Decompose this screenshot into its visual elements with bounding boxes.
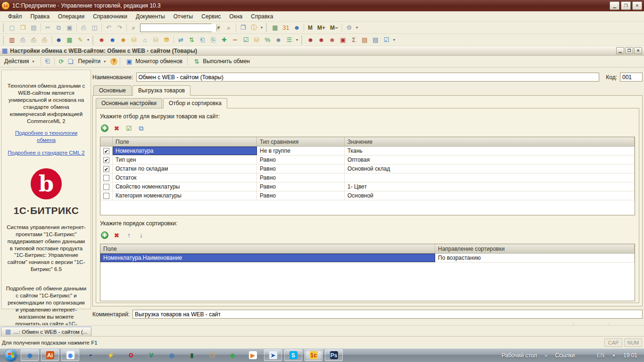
- value-cell[interactable]: Основной склад: [345, 165, 635, 173]
- taskbar-app-media-player[interactable]: ▶: [244, 349, 262, 361]
- find-icon[interactable]: ⌕: [128, 23, 139, 33]
- filter-table-row[interactable]: ✔ Тип цен Равно Оптовая: [100, 156, 635, 165]
- column-header[interactable]: Направление сортировки: [435, 244, 635, 253]
- field-cell[interactable]: Остатки по складам: [113, 165, 257, 173]
- taskbar-app-media-disc[interactable]: ◎: [163, 349, 181, 361]
- report-list-icon[interactable]: ▤: [370, 35, 381, 45]
- cut-icon[interactable]: ✂: [42, 23, 53, 33]
- filter-table-row[interactable]: ✔ Остатки по складам Равно Основной скла…: [100, 165, 635, 173]
- filter-table-row[interactable]: Остаток Равно: [100, 173, 635, 182]
- bank-icon[interactable]: ⌂: [140, 35, 150, 45]
- taskbar-app-opera[interactable]: O: [122, 349, 140, 361]
- memory-m-button[interactable]: M: [305, 25, 315, 31]
- refresh-icon[interactable]: ⟳: [57, 58, 66, 65]
- doc-remove-icon[interactable]: ━: [230, 35, 240, 45]
- menu-item[interactable]: Файл: [4, 12, 26, 21]
- add-sort-row-icon[interactable]: ✚: [101, 231, 108, 239]
- print-preview-icon[interactable]: ◫: [89, 23, 100, 33]
- row-checkbox[interactable]: [103, 184, 109, 190]
- exchange-stock-icon[interactable]: ⇅: [186, 35, 197, 45]
- fiscal-printer-icon[interactable]: ⎙: [28, 35, 39, 45]
- delete-row-icon[interactable]: ✖: [113, 124, 121, 132]
- undo-icon[interactable]: ↶: [103, 23, 114, 33]
- tab-main[interactable]: Основные: [93, 85, 132, 95]
- link-exchange-technology[interactable]: Подробнее о технологии обмена: [6, 130, 87, 144]
- field-cell[interactable]: Номенклатура: [113, 147, 257, 155]
- menu-item[interactable]: Документы: [132, 12, 169, 21]
- doc-return-icon[interactable]: ⎘: [208, 35, 219, 45]
- field-cell[interactable]: Свойство номенклатуры: [113, 182, 257, 191]
- delete-sort-row-icon[interactable]: ✖: [113, 231, 121, 239]
- taskbar-app-blue-bird[interactable]: ➤: [264, 349, 282, 361]
- redo-icon[interactable]: ↷: [114, 23, 125, 33]
- compare-type-cell[interactable]: Равно: [257, 182, 345, 191]
- report-person-3-icon[interactable]: ☻: [327, 35, 338, 45]
- compare-type-cell[interactable]: Равно: [257, 165, 345, 173]
- field-cell[interactable]: Тип цен: [113, 156, 257, 164]
- filter-table-row[interactable]: Категория номенклатуры Равно Основной: [100, 191, 635, 200]
- move-up-icon[interactable]: ↑: [125, 231, 133, 239]
- org-structure-icon[interactable]: ☰: [284, 35, 295, 45]
- price-calc-icon[interactable]: ✎: [75, 35, 86, 45]
- column-header[interactable]: Тип сравнения: [257, 137, 345, 146]
- user-permissions-icon[interactable]: ☻: [291, 23, 302, 33]
- column-header[interactable]: Поле: [113, 137, 257, 146]
- report-person-2-icon[interactable]: ☻: [316, 35, 327, 45]
- taskbar-app-skype[interactable]: S: [284, 349, 302, 361]
- filter-table-row[interactable]: ✔ Номенклатура Не в группе Ткань: [100, 147, 635, 156]
- add-row-icon[interactable]: ✚: [101, 124, 108, 132]
- cash-register-icon[interactable]: ⎙: [17, 35, 28, 45]
- taskbar-app-photoshop[interactable]: Ps: [325, 349, 343, 361]
- tab-goods-upload[interactable]: Выгрузка товаров: [132, 85, 190, 96]
- menu-item[interactable]: Правка: [26, 12, 54, 21]
- taskbar-app-blue-ball[interactable]: ◓: [82, 349, 99, 361]
- menu-item[interactable]: Справочники: [89, 12, 132, 21]
- menu-item[interactable]: Операции: [54, 12, 89, 21]
- calculator-icon[interactable]: ▦: [270, 23, 281, 33]
- exchange-sales-icon[interactable]: ⇄: [175, 35, 186, 45]
- report-sigma-icon[interactable]: Σ: [348, 35, 359, 45]
- memory-m-plus-button[interactable]: M+: [315, 25, 328, 31]
- filter-table-row[interactable]: Свойство номенклатуры Равно 1- Цвет: [100, 182, 635, 191]
- taskbar-app-stylus[interactable]: ⚡: [102, 349, 120, 361]
- language-indicator[interactable]: EN: [596, 352, 604, 359]
- find-next-icon[interactable]: ⌕: [213, 23, 223, 33]
- cash-flow-icon[interactable]: ⛃: [161, 35, 172, 45]
- menu-item[interactable]: Справка: [247, 12, 277, 21]
- compare-type-cell[interactable]: Равно: [257, 156, 345, 164]
- taskbar-app-chrome[interactable]: ◉: [61, 349, 79, 361]
- menu-item[interactable]: Отчеты: [169, 12, 197, 21]
- taskbar-app-green-media[interactable]: ◉: [223, 349, 241, 361]
- value-cell[interactable]: [345, 173, 635, 182]
- value-cell[interactable]: Оптовая: [345, 156, 635, 164]
- move-down-icon[interactable]: ↓: [137, 231, 145, 239]
- compare-type-cell[interactable]: Не в группе: [257, 147, 345, 155]
- chevron-right-icon[interactable]: »: [545, 353, 547, 358]
- unset-all-flags-icon[interactable]: ⧉: [137, 124, 145, 132]
- child-close-button[interactable]: ✕: [634, 47, 642, 54]
- links-toolbar-label[interactable]: Ссылки: [555, 352, 575, 359]
- sort-field-cell[interactable]: Номенклатура.Наименование: [100, 254, 435, 262]
- clipboard-buffer-icon[interactable]: ❐: [238, 23, 248, 33]
- find-previous-icon[interactable]: ⌕: [223, 23, 234, 33]
- field-cell[interactable]: Остаток: [113, 173, 257, 182]
- taskbar-app-switcher[interactable]: ◉: [21, 349, 39, 361]
- taskbar-app-green-tower[interactable]: ▮: [183, 349, 201, 361]
- calendar-icon[interactable]: 31: [281, 23, 291, 33]
- maximize-button[interactable]: ❐: [621, 1, 631, 10]
- new-document-icon[interactable]: ▢: [7, 23, 17, 33]
- paste-icon[interactable]: ▣: [64, 23, 75, 33]
- taskbar-app-green-v[interactable]: V: [142, 349, 160, 361]
- buyer-payment-icon[interactable]: ☻: [118, 35, 129, 45]
- column-header[interactable]: Поле: [100, 244, 435, 253]
- value-cell[interactable]: Ткань: [345, 147, 635, 155]
- row-checkbox[interactable]: ✔: [103, 157, 109, 163]
- open-icon[interactable]: ❒: [17, 23, 28, 33]
- doc-income-icon[interactable]: ⎗: [197, 35, 208, 45]
- doc-add-icon[interactable]: ✚: [219, 35, 230, 45]
- row-checkbox[interactable]: ✔: [103, 166, 109, 172]
- save-icon[interactable]: ▤: [28, 23, 39, 33]
- service-settings-icon[interactable]: ⚙: [344, 23, 355, 33]
- cash-drawer-icon[interactable]: ▥: [7, 35, 17, 45]
- print-icon[interactable]: ⎙: [78, 23, 89, 33]
